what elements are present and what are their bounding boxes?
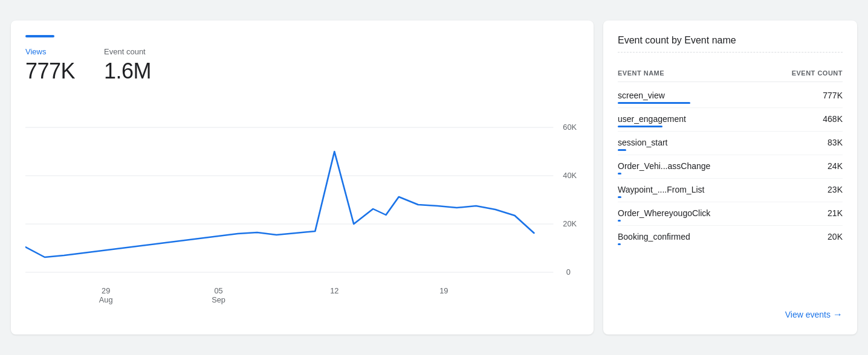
svg-text:Aug: Aug bbox=[99, 296, 113, 304]
event-name-col: Booking_confirmed bbox=[618, 232, 690, 245]
table-row: session_start83K bbox=[618, 132, 843, 155]
svg-text:12: 12 bbox=[330, 287, 338, 295]
svg-text:20K: 20K bbox=[563, 220, 577, 228]
left-panel: Views 777K Event count 1.6M 60K 40K 20K … bbox=[11, 21, 594, 334]
event-bar bbox=[618, 126, 662, 127]
tab-indicator bbox=[25, 35, 54, 37]
svg-text:40K: 40K bbox=[563, 171, 577, 180]
event-bar bbox=[618, 220, 621, 222]
event-name-col: session_start bbox=[618, 138, 667, 151]
event-count-text: 24K bbox=[828, 161, 843, 171]
metric-event-count: Event count 1.6M bbox=[104, 47, 151, 84]
event-name-col: user_engagement bbox=[618, 114, 686, 127]
event-name-text: Order_WhereyougoClick bbox=[618, 208, 710, 218]
svg-text:Sep: Sep bbox=[212, 296, 225, 304]
event-name-text: user_engagement bbox=[618, 114, 686, 124]
right-panel: Event count by Event name EVENT NAME EVE… bbox=[603, 21, 857, 334]
table-row: Order_WhereyougoClick21K bbox=[618, 202, 843, 226]
views-label: Views bbox=[25, 47, 75, 56]
event-count-label: Event count bbox=[104, 47, 151, 56]
event-name-text: session_start bbox=[618, 138, 667, 147]
view-events-label: View events bbox=[785, 310, 831, 319]
svg-text:05: 05 bbox=[214, 287, 222, 295]
event-count-value: 1.6M bbox=[104, 59, 151, 84]
event-bar bbox=[618, 102, 690, 104]
event-name-text: Booking_confirmed bbox=[618, 232, 690, 241]
chart-area: 60K 40K 20K 0 29 Aug 05 Sep 12 19 bbox=[25, 103, 579, 320]
arrow-icon: → bbox=[833, 309, 843, 320]
event-name-text: screen_view bbox=[618, 91, 690, 100]
table-row: screen_view777K bbox=[618, 85, 843, 108]
svg-text:29: 29 bbox=[102, 287, 110, 295]
metrics-row: Views 777K Event count 1.6M bbox=[25, 47, 579, 84]
event-count-text: 468K bbox=[823, 114, 843, 124]
event-name-col: Order_Vehi...assChange bbox=[618, 161, 710, 174]
table-rows-container: screen_view777Kuser_engagement468Ksessio… bbox=[618, 85, 843, 249]
event-bar bbox=[618, 196, 621, 198]
event-count-text: 83K bbox=[828, 138, 843, 147]
svg-text:0: 0 bbox=[566, 268, 571, 277]
table-header: EVENT NAME EVENT COUNT bbox=[618, 65, 843, 82]
metric-views: Views 777K bbox=[25, 47, 75, 84]
event-name-col: Order_WhereyougoClick bbox=[618, 208, 710, 222]
event-count-text: 20K bbox=[828, 232, 843, 241]
view-events-row: View events → bbox=[618, 299, 843, 320]
event-bar bbox=[618, 173, 621, 174]
event-name-text: Order_Vehi...assChange bbox=[618, 161, 710, 171]
main-container: Views 777K Event count 1.6M 60K 40K 20K … bbox=[11, 21, 857, 334]
line-chart: 60K 40K 20K 0 29 Aug 05 Sep 12 19 bbox=[25, 103, 579, 309]
event-bar bbox=[618, 149, 626, 151]
event-name-col: Waypoint_....From_List bbox=[618, 185, 704, 198]
table-row: Waypoint_....From_List23K bbox=[618, 179, 843, 202]
event-count-text: 21K bbox=[828, 208, 843, 218]
event-count-text: 777K bbox=[823, 91, 843, 100]
panel-title-divider bbox=[618, 52, 843, 53]
event-name-text: Waypoint_....From_List bbox=[618, 185, 704, 194]
panel-title: Event count by Event name bbox=[618, 35, 843, 46]
event-name-col: screen_view bbox=[618, 91, 690, 104]
col-header-event-count: EVENT COUNT bbox=[792, 69, 843, 77]
svg-text:60K: 60K bbox=[563, 123, 577, 132]
col-header-event-name: EVENT NAME bbox=[618, 69, 664, 77]
event-bar bbox=[618, 243, 621, 245]
table-row: Order_Vehi...assChange24K bbox=[618, 155, 843, 179]
views-value: 777K bbox=[25, 59, 75, 84]
table-row: user_engagement468K bbox=[618, 108, 843, 132]
svg-text:19: 19 bbox=[439, 287, 448, 295]
view-events-link[interactable]: View events → bbox=[785, 309, 843, 320]
event-count-text: 23K bbox=[828, 185, 843, 194]
table-row: Booking_confirmed20K bbox=[618, 226, 843, 249]
